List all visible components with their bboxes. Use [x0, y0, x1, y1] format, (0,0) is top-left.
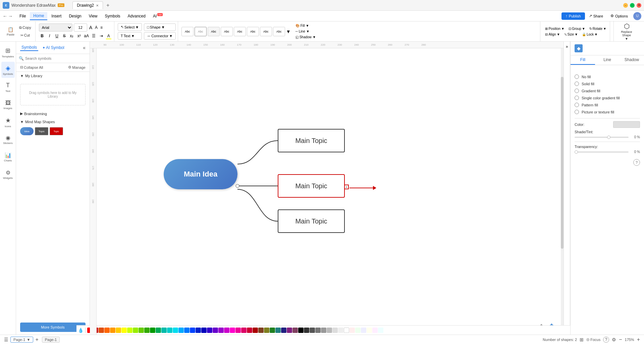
single-gradient-radio[interactable]	[575, 96, 579, 100]
close-btn[interactable]: ✕	[637, 3, 641, 8]
publish-btn[interactable]: ↑ Publish	[561, 12, 585, 20]
toggle-sidebar-btn[interactable]: ☰	[4, 337, 8, 342]
color-swatch[interactable]	[361, 328, 366, 333]
menu-ai[interactable]: AI hot	[150, 12, 166, 20]
restore-btn[interactable]: □	[630, 3, 635, 8]
cut-btn[interactable]: ✂Cut	[17, 32, 33, 39]
style-swatch-4[interactable]: Abc	[221, 27, 233, 36]
no-fill-option[interactable]: No fill	[575, 73, 640, 80]
rect-symbol2[interactable]: Topic	[50, 127, 63, 135]
size-btn[interactable]: ⤡ Size ▼	[563, 32, 579, 37]
bold-btn[interactable]: B	[39, 33, 46, 39]
picture-fill-radio[interactable]	[575, 110, 579, 114]
color-swatch[interactable]	[367, 328, 372, 333]
my-library-header[interactable]: ▼ My Library	[20, 74, 86, 78]
add-tab-btn[interactable]: +	[104, 2, 111, 8]
color-swatch[interactable]	[332, 328, 338, 333]
picture-fill-option[interactable]: Picture or texture fill	[575, 108, 640, 115]
color-swatch[interactable]	[184, 328, 190, 333]
color-swatch[interactable]	[150, 328, 155, 333]
style-swatch-1[interactable]: Abc	[181, 27, 194, 36]
main-idea-node[interactable]: Main Idea	[164, 159, 237, 189]
subscript-btn[interactable]: x₂	[68, 33, 75, 39]
color-swatch[interactable]	[201, 328, 207, 333]
transparency-slider-thumb[interactable]	[575, 150, 578, 154]
collapse-all-btn[interactable]: ⊟ Collapse All	[20, 65, 43, 69]
align-btn[interactable]: ⊟ Align ▼	[544, 32, 561, 37]
color-swatch[interactable]	[224, 328, 229, 333]
styles-expand-btn[interactable]: ▼	[286, 29, 291, 34]
brainstorming-header[interactable]: ▶ Brainstorming	[16, 109, 90, 118]
select-btn[interactable]: ↖ Select ▼	[118, 23, 142, 31]
nav-forward[interactable]: →	[8, 13, 13, 19]
lock-btn[interactable]: 🔒 Lock ▼	[581, 32, 599, 37]
color-swatch[interactable]	[321, 328, 326, 333]
fill-active-btn[interactable]: ◆	[575, 44, 583, 52]
sidebar-item-symbols[interactable]: ◈ Symbols	[1, 62, 15, 78]
color-picker-box[interactable]	[613, 121, 640, 128]
page-tab-1[interactable]: Page-1 ▼	[10, 337, 33, 343]
color-swatch[interactable]	[292, 328, 298, 333]
page-tab-view[interactable]: Page-1	[42, 337, 60, 343]
zoom-out-btn[interactable]: −	[619, 337, 622, 343]
color-swatch[interactable]	[281, 328, 286, 333]
paste-btn[interactable]: 📋 Paste	[5, 26, 16, 38]
solid-fill-radio[interactable]	[575, 82, 579, 86]
topic-top-node[interactable]: Main Topic	[278, 129, 345, 152]
color-swatch[interactable]	[258, 328, 264, 333]
menu-insert[interactable]: Insert	[48, 12, 65, 20]
style-swatch-5[interactable]: Abc	[234, 27, 246, 36]
minimize-btn[interactable]: –	[623, 3, 628, 8]
settings-btn[interactable]: ⚙	[612, 337, 616, 342]
color-swatch[interactable]	[315, 328, 321, 333]
sidebar-item-stickers[interactable]: ◉ Stickers	[1, 132, 15, 148]
indent-btn[interactable]: ⇥	[98, 33, 105, 39]
position-btn[interactable]: ⊞ Position ▼	[544, 26, 566, 31]
canvas[interactable]: 90 100 110 120 130 140 150 160 170 180 1…	[90, 42, 564, 335]
menu-design[interactable]: Design	[65, 12, 85, 20]
color-swatch[interactable]	[121, 328, 127, 333]
color-swatch[interactable]	[264, 328, 269, 333]
color-swatch[interactable]	[116, 328, 121, 333]
color-swatch[interactable]	[355, 328, 361, 333]
panel-collapse-btn[interactable]: «	[83, 45, 86, 50]
sidebar-item-icons[interactable]: ★ Icons	[1, 114, 15, 130]
font-size-input[interactable]	[74, 23, 87, 32]
text-btn[interactable]: T Text ▼	[118, 32, 142, 40]
shape-btn[interactable]: □ Shape ▼	[144, 23, 176, 31]
color-swatch[interactable]	[133, 328, 138, 333]
help-circle-btn[interactable]: ?	[603, 337, 609, 343]
color-swatch[interactable]	[173, 328, 178, 333]
menu-advanced[interactable]: Advanced	[124, 12, 149, 20]
color-swatch[interactable]	[104, 328, 110, 333]
color-swatch[interactable]	[178, 328, 184, 333]
color-swatch[interactable]	[144, 328, 150, 333]
user-avatar[interactable]: U	[633, 12, 641, 20]
color-swatch[interactable]	[110, 328, 115, 333]
align-icon[interactable]: ≡	[100, 25, 103, 30]
more-symbols-btn[interactable]: More Symbols	[20, 323, 86, 332]
color-swatch[interactable]	[230, 328, 235, 333]
menu-file[interactable]: File	[16, 12, 29, 20]
replace-shape-btn[interactable]: ⬡ Replace Shape ▼	[613, 21, 639, 42]
color-swatch[interactable]	[241, 328, 247, 333]
shadow-tab[interactable]: Shadow	[620, 55, 644, 65]
shadow-btn[interactable]: ◱ Shadow ▼	[294, 35, 317, 40]
sidebar-item-text[interactable]: T Text	[1, 79, 15, 95]
right-panel-collapse-btn[interactable]: »	[564, 42, 570, 335]
color-swatch[interactable]	[304, 328, 309, 333]
active-tab[interactable]: Drawing2 ✕	[72, 1, 103, 9]
color-swatch[interactable]	[218, 328, 224, 333]
color-swatch[interactable]	[207, 328, 212, 333]
options-btn[interactable]: ⚙ Options	[607, 12, 631, 19]
strikethrough-btn[interactable]: S	[61, 33, 68, 39]
symbols-tab[interactable]: Symbols	[20, 44, 38, 51]
close-tab-btn[interactable]: ✕	[96, 4, 99, 7]
color-swatch[interactable]	[253, 328, 258, 333]
topic-bot-node[interactable]: Main Topic	[278, 209, 345, 233]
help-icon[interactable]: ?	[633, 159, 640, 166]
manage-btn[interactable]: ⚙ Manage	[68, 65, 86, 69]
style-swatch-8[interactable]: Abc	[273, 27, 285, 36]
sidebar-item-templates[interactable]: ⊞ Templates	[1, 44, 15, 60]
superscript-btn[interactable]: x²	[76, 33, 83, 39]
